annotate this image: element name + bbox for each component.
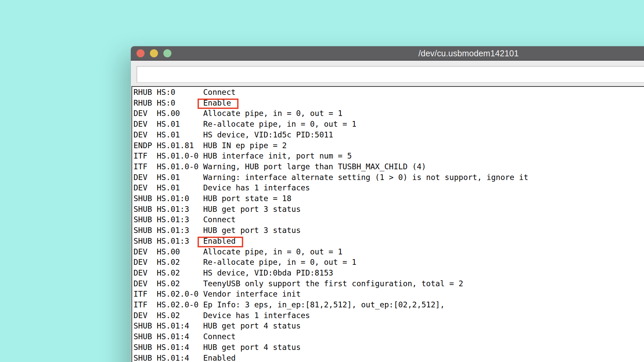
log-line: RHUB HS:0 Enable [133, 98, 644, 109]
log-line: SHUB HS.01:3 HUB get port 3 status [133, 204, 644, 215]
serial-console-output[interactable]: RHUB HS:0 ConnectRHUB HS:0 EnableDEV HS.… [131, 86, 644, 362]
log-line: ITF HS.01.0-0 HUB interface init, port n… [133, 151, 644, 162]
log-line: SHUB HS.01:4 HUB get port 4 status [133, 321, 644, 331]
toolbar [131, 61, 644, 87]
console-log: RHUB HS:0 ConnectRHUB HS:0 EnableDEV HS.… [133, 87, 644, 362]
log-line: ENDP HS.01.81 HUB IN ep pipe = 2 [133, 140, 644, 151]
serial-send-input[interactable] [137, 66, 644, 83]
log-line: DEV HS.01 Warning: interface alternate s… [133, 172, 644, 183]
log-line: DEV HS.01 HS device, VID:1d5c PID:5011 [133, 130, 644, 140]
log-line: DEV HS.02 TeenyUSB only support the firs… [133, 279, 644, 289]
log-line: DEV HS.02 Re-allocate pipe, in = 0, out … [133, 257, 644, 268]
window-titlebar[interactable]: /dev/cu.usbmodem142101 [131, 46, 644, 61]
log-line: SHUB HS.01:4 Connect [133, 331, 644, 342]
terminal-window: /dev/cu.usbmodem142101 RHUB HS:0 Connect… [131, 46, 644, 362]
log-line: ITF HS.01.0-0 Warning, HUB port large th… [133, 162, 644, 172]
log-line: DEV HS.00 Allocate pipe, in = 0, out = 1 [133, 108, 644, 119]
log-line: SHUB HS.01:0 HUB port state = 18 [133, 193, 644, 204]
log-line: DEV HS.01 Re-allocate pipe, in = 0, out … [133, 119, 644, 130]
window-title: /dev/cu.usbmodem142101 [131, 46, 644, 61]
desktop-background: /dev/cu.usbmodem142101 RHUB HS:0 Connect… [0, 0, 644, 362]
log-line: DEV HS.00 Allocate pipe, in = 0, out = 1 [133, 247, 644, 257]
log-line: SHUB HS.01:4 Enabled [133, 353, 644, 362]
highlight-box: Enable [203, 98, 231, 109]
log-line: DEV HS.02 HS device, VID:0bda PID:8153 [133, 268, 644, 279]
log-line: SHUB HS.01:3 Enabled [133, 236, 644, 247]
log-line: RHUB HS:0 Connect [133, 87, 644, 98]
log-line: SHUB HS.01:3 HUB get port 3 status [133, 225, 644, 236]
highlight-box: Enabled [203, 236, 236, 247]
log-line: SHUB HS.01:3 Connect [133, 215, 644, 225]
log-line: DEV HS.02 Device has 1 interfaces [133, 310, 644, 321]
log-line: ITF HS.02.0-0 Vendor interface init [133, 289, 644, 300]
log-line: DEV HS.01 Device has 1 interfaces [133, 183, 644, 193]
log-line: SHUB HS.01:4 HUB get port 4 status [133, 342, 644, 353]
log-line: ITF HS.02.0-0 Ep Info: 3 eps, in_ep:[81,… [133, 300, 644, 310]
